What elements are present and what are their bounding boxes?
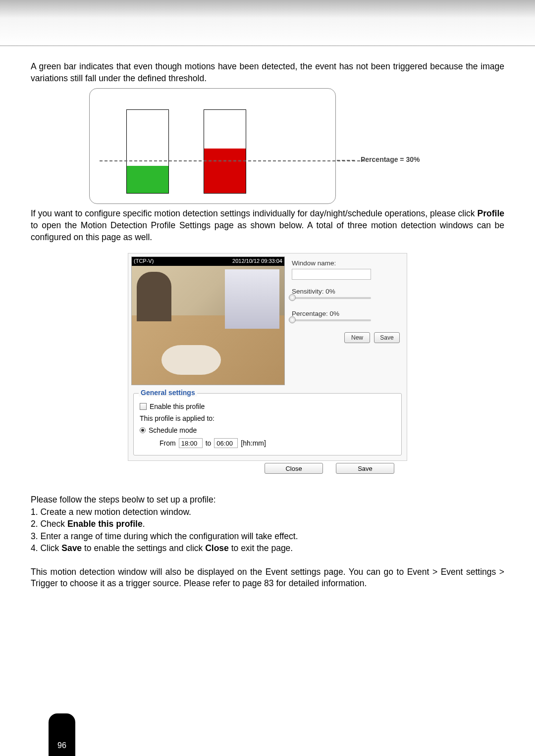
threshold-diagram: Percentage = 30%	[89, 88, 446, 204]
red-bar-fill	[204, 149, 246, 193]
enable-profile-label: Enable this profile	[150, 403, 205, 410]
applied-to-label: This profile is applied to:	[140, 414, 214, 422]
step-1: 1. Create a new motion detection window.	[31, 506, 504, 518]
percentage-slider[interactable]	[292, 319, 371, 321]
step-3: 3. Enter a range of time during which th…	[31, 530, 504, 543]
new-button[interactable]: New	[344, 332, 370, 343]
page-number: 96	[57, 741, 66, 750]
sensitivity-slider[interactable]	[292, 297, 371, 299]
intro-paragraph: A green bar indicates that even though m…	[31, 61, 504, 84]
save-button[interactable]: Save	[374, 332, 400, 343]
camera-preview: (TCP-V) 2012/10/12 09:33:04	[131, 256, 285, 385]
general-settings-group: General settings Enable this profile Thi…	[133, 393, 402, 455]
bold: Enable this profile	[67, 519, 143, 529]
close-button[interactable]: Close	[265, 463, 323, 474]
threshold-line	[100, 160, 365, 161]
schedule-mode-label: Schedule mode	[149, 426, 197, 434]
red-bar	[204, 109, 246, 194]
text: If you want to configure specific motion…	[31, 208, 478, 218]
from-time-input[interactable]: 18:00	[179, 438, 203, 448]
room-window	[225, 269, 279, 329]
text: to open the Motion Detection Profile Set…	[31, 220, 504, 242]
dash-segment	[337, 160, 345, 161]
hhmm-hint: [hh:mm]	[241, 439, 266, 447]
room-arch	[137, 272, 171, 321]
window-name-label: Window name:	[292, 259, 400, 267]
green-bar-fill	[127, 166, 168, 193]
text: to enable the settings and click	[82, 543, 205, 553]
page-header-gradient	[0, 0, 535, 46]
from-label: From	[160, 439, 176, 447]
preview-titlebar: (TCP-V) 2012/10/12 09:33:04	[132, 257, 284, 266]
slider-thumb[interactable]	[289, 316, 296, 323]
preview-timestamp: 2012/10/12 09:33:04	[232, 258, 282, 265]
bold: Close	[205, 543, 229, 553]
text: .	[143, 519, 145, 529]
settings-panel: (TCP-V) 2012/10/12 09:33:04 Window name:…	[128, 253, 407, 461]
room-sofa	[161, 345, 221, 375]
steps-block: Please follow the steps beolw to set up …	[31, 494, 504, 554]
slider-thumb[interactable]	[289, 294, 296, 301]
text: 4. Click	[31, 543, 61, 553]
profile-paragraph: If you want to configure specific motion…	[31, 208, 504, 243]
text: 2. Check	[31, 519, 67, 529]
bold: Save	[61, 543, 82, 553]
step-4: 4. Click Save to enable the settings and…	[31, 542, 504, 554]
to-time-input[interactable]: 06:00	[214, 438, 238, 448]
general-settings-legend: General settings	[139, 389, 197, 397]
save-button-bottom[interactable]: Save	[336, 463, 394, 474]
footer-paragraph: This motion detection window will also b…	[31, 566, 504, 590]
window-name-input[interactable]	[292, 269, 371, 280]
preview-source: (TCP-V)	[134, 258, 154, 265]
dash-segment	[347, 160, 355, 161]
steps-intro: Please follow the steps beolw to set up …	[31, 494, 504, 506]
chart-frame	[89, 88, 336, 204]
to-label: to	[206, 439, 212, 447]
percentage-label: Percentage = 30%	[361, 155, 420, 163]
enable-profile-checkbox[interactable]	[140, 403, 147, 410]
green-bar	[126, 109, 169, 194]
page-number-tab: 96	[49, 713, 75, 756]
sensitivity-label: Sensitivity: 0%	[292, 288, 400, 295]
radio-dot	[141, 429, 144, 432]
profile-bold: Profile	[478, 208, 504, 218]
step-2: 2. Check Enable this profile.	[31, 518, 504, 530]
schedule-mode-radio[interactable]	[140, 427, 146, 433]
text: to exit the page.	[229, 543, 293, 553]
percentage-label: Percentage: 0%	[292, 310, 400, 317]
